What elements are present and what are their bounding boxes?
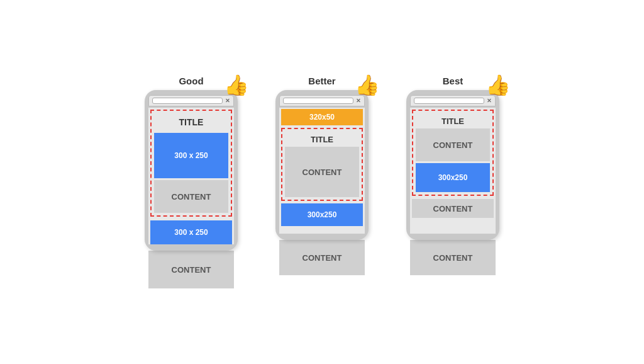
better-url-bar [283,98,353,104]
good-content-top: CONTENT [154,180,228,213]
best-dashed-box: TITLE CONTENT 300x250 [412,110,494,196]
best-url-bar [414,98,484,104]
better-content: CONTENT [285,147,359,197]
best-content-bottom-screen: CONTENT [412,199,494,218]
best-below-content: CONTENT [410,240,496,275]
better-label: Better [308,76,335,86]
better-close-icon: ✕ [356,98,361,104]
best-phone-topbar: ✕ [410,95,496,106]
better-dashed-box: TITLE CONTENT [281,128,363,201]
better-thumbs-icon: 👍 [355,73,380,97]
good-below-content: CONTENT [148,251,234,288]
diagram-good: Good 👍 ✕ TITLE 300 x 250 CONTENT [145,76,238,288]
best-title: TITLE [416,113,490,128]
best-ad-inline: 300x250 [416,163,490,192]
good-label: Good [179,76,203,86]
better-below-content: CONTENT [279,240,365,275]
diagram-better: Better 👍 ✕ 320x50 TITLE CONTENT [275,76,369,275]
better-screen: 320x50 TITLE CONTENT 300x250 [279,108,365,234]
better-ad-bottom: 300x250 [281,203,363,226]
best-phone: ✕ TITLE CONTENT 300x250 CONTE [406,90,499,240]
better-ad-top-banner: 320x50 [281,109,363,125]
better-phone-topbar: ✕ [279,95,365,106]
best-close-icon: ✕ [487,98,492,104]
best-thumbs-icon: 👍 [486,73,511,97]
good-ad-bottom: 300 x 250 [150,220,232,244]
good-url-bar [152,98,223,104]
good-ad-top: 300 x 250 [154,133,228,178]
best-content-top: CONTENT [416,128,490,161]
diagrams-container: Good 👍 ✕ TITLE 300 x 250 CONTENT [0,63,644,301]
good-title: TITLE [154,113,228,131]
good-close-icon: ✕ [225,98,230,104]
diagram-best: Best 👍 ✕ TITLE CONTENT 300x250 [406,76,499,275]
good-screen: TITLE 300 x 250 CONTENT 300 x 250 [148,108,234,244]
good-phone: ✕ TITLE 300 x 250 CONTENT 300 [145,90,238,251]
good-dashed-box: TITLE 300 x 250 CONTENT [150,110,232,217]
best-label: Best [443,76,464,86]
better-title: TITLE [285,132,359,147]
best-screen: TITLE CONTENT 300x250 CONTENT [410,108,496,234]
good-thumbs-icon: 👍 [224,73,249,97]
better-phone: ✕ 320x50 TITLE CONTENT 300 [275,90,369,240]
good-phone-topbar: ✕ [148,95,234,106]
